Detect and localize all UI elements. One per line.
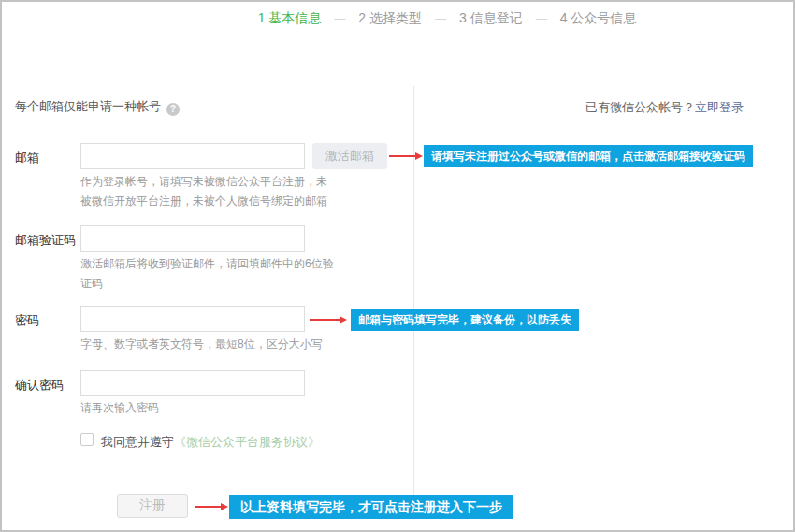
step-basic-info: 1 基本信息 [258, 10, 322, 27]
password-hint: 字母、数字或者英文符号，最短8位，区分大小写 [80, 335, 323, 354]
annotation-arrow-email [389, 155, 415, 157]
step-separator: — [536, 12, 547, 25]
confirm-password-label: 确认密码 [15, 377, 64, 394]
wechat-mp-registration-page: 1 基本信息 — 2 选择类型 — 3 信息登记 — 4 公众号信息 每个邮箱仅… [0, 0, 795, 532]
login-prefix-text: 已有微信公众帐号？ [585, 100, 695, 114]
stepper: 1 基本信息 — 2 选择类型 — 3 信息登记 — 4 公众号信息 [51, 2, 795, 36]
registration-steps-header: 1 基本信息 — 2 选择类型 — 3 信息登记 — 4 公众号信息 [2, 2, 793, 36]
login-now-link[interactable]: 立即登录 [695, 100, 744, 114]
annotation-arrow-register [195, 506, 221, 508]
service-agreement-link[interactable]: 《微信公众平台服务协议》 [174, 435, 320, 449]
annotation-arrow-password [310, 319, 340, 321]
email-input[interactable] [80, 143, 305, 169]
email-hint: 作为登录帐号，请填写未被微信公众平台注册，未被微信开放平台注册，未被个人微信号绑… [80, 172, 335, 211]
password-input[interactable] [80, 306, 305, 332]
step-account-info: 4 公众号信息 [560, 10, 637, 27]
agreement-text: 我同意并遵守《微信公众平台服务协议》 [101, 434, 320, 451]
note-text: 每个邮箱仅能申请一种帐号 [15, 99, 161, 113]
one-account-per-email-note: 每个邮箱仅能申请一种帐号? [15, 98, 180, 116]
confirm-password-input[interactable] [80, 370, 305, 396]
agreement-checkbox[interactable] [80, 433, 94, 446]
email-code-hint: 激活邮箱后将收到验证邮件，请回填邮件中的6位验证码 [80, 254, 335, 294]
email-code-label: 邮箱验证码 [15, 232, 76, 249]
confirm-password-hint: 请再次输入密码 [80, 398, 159, 418]
help-question-icon[interactable]: ? [166, 103, 180, 116]
email-label: 邮箱 [15, 150, 39, 166]
password-label: 密码 [15, 312, 39, 329]
annotation-email-callout: 请填写未注册过公众号或微信的邮箱，点击激活邮箱接收验证码 [424, 145, 753, 167]
step-separator: — [334, 12, 345, 25]
step-info-registration: 3 信息登记 [459, 10, 523, 27]
step-choose-type: 2 选择类型 [358, 10, 422, 27]
agreement-prefix: 我同意并遵守 [101, 435, 174, 449]
register-button[interactable]: 注册 [117, 494, 188, 518]
step-separator: — [435, 12, 446, 25]
email-code-input[interactable] [80, 225, 305, 252]
vertical-divider [413, 86, 414, 512]
activate-email-button[interactable]: 激活邮箱 [312, 143, 387, 169]
annotation-register-callout: 以上资料填写完毕，才可点击注册进入下一步 [229, 495, 513, 519]
annotation-password-callout: 邮箱与密码填写完毕，建议备份，以防丢失 [351, 309, 579, 331]
existing-account-login: 已有微信公众帐号？立即登录 [585, 99, 744, 116]
